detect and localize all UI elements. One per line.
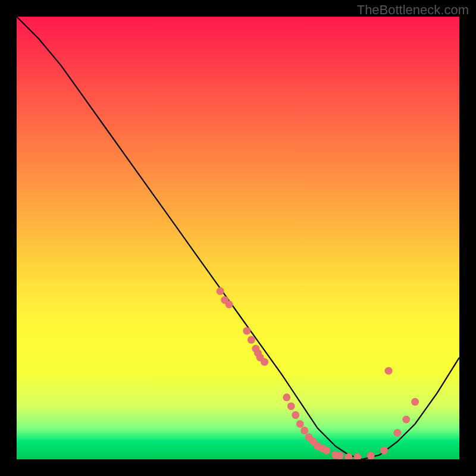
scatter-point xyxy=(367,452,375,460)
scatter-point xyxy=(393,429,401,437)
chart-scatter-points xyxy=(217,287,419,459)
watermark-text: TheBottleneck.com xyxy=(357,2,469,18)
scatter-point xyxy=(345,453,353,459)
scatter-point xyxy=(336,452,344,460)
scatter-point xyxy=(287,402,295,410)
scatter-point xyxy=(300,427,308,434)
scatter-point xyxy=(322,447,330,455)
scatter-point xyxy=(292,411,299,419)
scatter-point xyxy=(248,336,255,344)
scatter-point xyxy=(296,420,304,428)
scatter-point xyxy=(380,447,388,455)
scatter-point xyxy=(283,393,290,401)
scatter-point xyxy=(217,287,224,295)
scatter-point xyxy=(385,367,393,375)
scatter-point xyxy=(353,453,361,459)
scatter-point xyxy=(226,300,233,308)
chart-plot-area xyxy=(17,17,459,459)
scatter-point xyxy=(411,398,419,406)
chart-svg xyxy=(17,17,459,459)
scatter-point xyxy=(402,416,410,424)
scatter-point xyxy=(243,327,250,335)
scatter-point xyxy=(261,358,268,366)
chart-curve-line xyxy=(17,17,459,459)
